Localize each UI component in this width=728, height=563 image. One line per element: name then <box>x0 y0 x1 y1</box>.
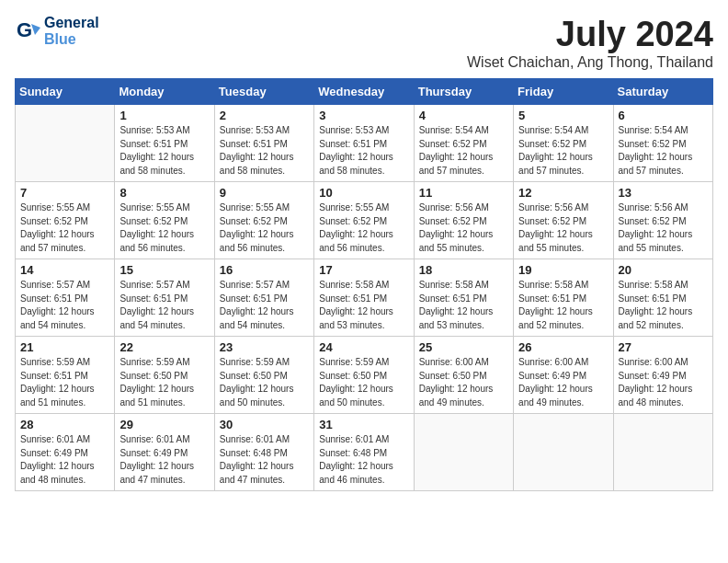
day-info: Sunrise: 5:58 AM Sunset: 6:51 PM Dayligh… <box>319 279 408 332</box>
weekday-header-tuesday: Tuesday <box>214 79 313 105</box>
logo: G General Blue <box>15 15 99 47</box>
day-number: 11 <box>419 186 508 200</box>
weekday-header-sunday: Sunday <box>16 79 115 105</box>
day-info: Sunrise: 5:56 AM Sunset: 6:52 PM Dayligh… <box>518 201 608 255</box>
day-info: Sunrise: 5:55 AM Sunset: 6:52 PM Dayligh… <box>119 201 209 255</box>
day-info: Sunrise: 5:55 AM Sunset: 6:52 PM Dayligh… <box>220 201 309 255</box>
day-info: Sunrise: 5:57 AM Sunset: 6:51 PM Dayligh… <box>220 279 309 332</box>
calendar-cell <box>613 414 712 491</box>
weekday-header-saturday: Saturday <box>613 79 712 105</box>
day-number: 14 <box>20 263 109 277</box>
day-info: Sunrise: 5:53 AM Sunset: 6:51 PM Dayligh… <box>119 124 209 178</box>
day-number: 16 <box>220 263 309 277</box>
day-number: 1 <box>119 109 209 122</box>
calendar-table: SundayMondayTuesdayWednesdayThursdayFrid… <box>15 78 713 491</box>
calendar-cell: 10Sunrise: 5:55 AM Sunset: 6:52 PM Dayli… <box>314 182 414 259</box>
logo-text-line2: Blue <box>44 31 99 48</box>
calendar-week-row: 14Sunrise: 5:57 AM Sunset: 6:51 PM Dayli… <box>16 259 713 337</box>
calendar-cell: 11Sunrise: 5:56 AM Sunset: 6:52 PM Dayli… <box>414 182 513 259</box>
day-number: 6 <box>619 109 708 122</box>
day-number: 2 <box>220 109 309 122</box>
day-info: Sunrise: 5:59 AM Sunset: 6:50 PM Dayligh… <box>119 356 209 409</box>
day-number: 5 <box>518 109 608 122</box>
calendar-cell: 8Sunrise: 5:55 AM Sunset: 6:52 PM Daylig… <box>115 182 214 259</box>
calendar-cell: 22Sunrise: 5:59 AM Sunset: 6:50 PM Dayli… <box>115 337 214 414</box>
logo-icon: G <box>15 18 40 44</box>
calendar-cell: 20Sunrise: 5:58 AM Sunset: 6:51 PM Dayli… <box>613 259 712 337</box>
calendar-cell: 26Sunrise: 6:00 AM Sunset: 6:49 PM Dayli… <box>514 337 613 414</box>
month-title: July 2024 <box>467 15 713 54</box>
calendar-cell: 13Sunrise: 5:56 AM Sunset: 6:52 PM Dayli… <box>613 182 712 259</box>
calendar-cell: 15Sunrise: 5:57 AM Sunset: 6:51 PM Dayli… <box>115 259 214 337</box>
day-number: 13 <box>619 186 708 200</box>
weekday-header-row: SundayMondayTuesdayWednesdayThursdayFrid… <box>16 79 713 105</box>
day-info: Sunrise: 6:00 AM Sunset: 6:50 PM Dayligh… <box>419 356 508 409</box>
day-number: 25 <box>419 340 508 354</box>
calendar-cell: 2Sunrise: 5:53 AM Sunset: 6:51 PM Daylig… <box>214 105 313 182</box>
weekday-header-thursday: Thursday <box>414 79 513 105</box>
day-info: Sunrise: 6:01 AM Sunset: 6:48 PM Dayligh… <box>220 433 309 487</box>
calendar-cell: 30Sunrise: 6:01 AM Sunset: 6:48 PM Dayli… <box>214 414 313 491</box>
calendar-cell: 23Sunrise: 5:59 AM Sunset: 6:50 PM Dayli… <box>214 337 313 414</box>
svg-marker-1 <box>31 24 40 35</box>
day-number: 15 <box>119 263 209 277</box>
weekday-header-wednesday: Wednesday <box>314 79 414 105</box>
day-number: 21 <box>20 340 109 354</box>
day-info: Sunrise: 5:58 AM Sunset: 6:51 PM Dayligh… <box>419 279 508 332</box>
day-info: Sunrise: 5:55 AM Sunset: 6:52 PM Dayligh… <box>20 201 109 255</box>
title-area: July 2024 Wiset Chaichan, Ang Thong, Tha… <box>467 15 713 71</box>
day-number: 28 <box>20 418 109 431</box>
location-title: Wiset Chaichan, Ang Thong, Thailand <box>467 54 713 71</box>
day-info: Sunrise: 5:56 AM Sunset: 6:52 PM Dayligh… <box>419 201 508 255</box>
day-number: 19 <box>518 263 608 277</box>
calendar-week-row: 7Sunrise: 5:55 AM Sunset: 6:52 PM Daylig… <box>16 182 713 259</box>
day-number: 17 <box>319 263 408 277</box>
day-info: Sunrise: 5:59 AM Sunset: 6:51 PM Dayligh… <box>20 356 109 409</box>
calendar-cell: 16Sunrise: 5:57 AM Sunset: 6:51 PM Dayli… <box>214 259 313 337</box>
calendar-cell: 1Sunrise: 5:53 AM Sunset: 6:51 PM Daylig… <box>115 105 214 182</box>
calendar-cell: 18Sunrise: 5:58 AM Sunset: 6:51 PM Dayli… <box>414 259 513 337</box>
day-info: Sunrise: 5:58 AM Sunset: 6:51 PM Dayligh… <box>619 279 708 332</box>
day-info: Sunrise: 5:56 AM Sunset: 6:52 PM Dayligh… <box>619 201 708 255</box>
day-info: Sunrise: 6:01 AM Sunset: 6:49 PM Dayligh… <box>20 433 109 487</box>
day-number: 26 <box>518 340 608 354</box>
calendar-cell: 19Sunrise: 5:58 AM Sunset: 6:51 PM Dayli… <box>514 259 613 337</box>
calendar-cell: 29Sunrise: 6:01 AM Sunset: 6:49 PM Dayli… <box>115 414 214 491</box>
weekday-header-monday: Monday <box>115 79 214 105</box>
day-number: 20 <box>619 263 708 277</box>
day-number: 18 <box>419 263 508 277</box>
calendar-week-row: 21Sunrise: 5:59 AM Sunset: 6:51 PM Dayli… <box>16 337 713 414</box>
day-info: Sunrise: 6:00 AM Sunset: 6:49 PM Dayligh… <box>619 356 708 409</box>
day-number: 31 <box>319 418 408 431</box>
calendar-cell: 21Sunrise: 5:59 AM Sunset: 6:51 PM Dayli… <box>16 337 115 414</box>
calendar-week-row: 1Sunrise: 5:53 AM Sunset: 6:51 PM Daylig… <box>16 105 713 182</box>
calendar-cell: 24Sunrise: 5:59 AM Sunset: 6:50 PM Dayli… <box>314 337 414 414</box>
day-info: Sunrise: 5:53 AM Sunset: 6:51 PM Dayligh… <box>319 124 408 178</box>
day-number: 30 <box>220 418 309 431</box>
calendar-cell: 7Sunrise: 5:55 AM Sunset: 6:52 PM Daylig… <box>16 182 115 259</box>
day-info: Sunrise: 5:57 AM Sunset: 6:51 PM Dayligh… <box>119 279 209 332</box>
day-info: Sunrise: 6:01 AM Sunset: 6:48 PM Dayligh… <box>319 433 408 487</box>
day-info: Sunrise: 5:54 AM Sunset: 6:52 PM Dayligh… <box>419 124 508 178</box>
day-number: 12 <box>518 186 608 200</box>
day-number: 10 <box>319 186 408 200</box>
day-number: 3 <box>319 109 408 122</box>
day-number: 7 <box>20 186 109 200</box>
day-number: 24 <box>319 340 408 354</box>
logo-text-line1: General <box>44 15 99 31</box>
day-number: 29 <box>119 418 209 431</box>
calendar-cell: 31Sunrise: 6:01 AM Sunset: 6:48 PM Dayli… <box>314 414 414 491</box>
calendar-cell: 17Sunrise: 5:58 AM Sunset: 6:51 PM Dayli… <box>314 259 414 337</box>
svg-text:G: G <box>17 18 32 41</box>
calendar-cell <box>414 414 513 491</box>
day-info: Sunrise: 5:54 AM Sunset: 6:52 PM Dayligh… <box>619 124 708 178</box>
calendar-cell: 9Sunrise: 5:55 AM Sunset: 6:52 PM Daylig… <box>214 182 313 259</box>
calendar-cell: 25Sunrise: 6:00 AM Sunset: 6:50 PM Dayli… <box>414 337 513 414</box>
day-info: Sunrise: 6:00 AM Sunset: 6:49 PM Dayligh… <box>518 356 608 409</box>
calendar-cell <box>514 414 613 491</box>
day-number: 27 <box>619 340 708 354</box>
day-number: 22 <box>119 340 209 354</box>
page-header: G General Blue July 2024 Wiset Chaichan,… <box>15 15 713 71</box>
day-number: 8 <box>119 186 209 200</box>
day-info: Sunrise: 6:01 AM Sunset: 6:49 PM Dayligh… <box>119 433 209 487</box>
